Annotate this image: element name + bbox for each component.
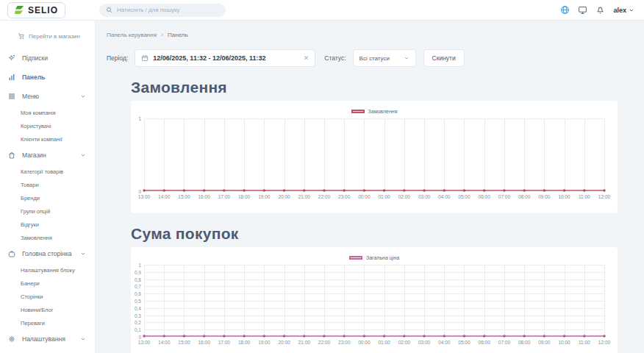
orders-chart: Замовлення1013:0014:0015:0016:0017:0018:… [131,101,618,213]
sidebar-subitem[interactable]: Товари [0,178,95,191]
orders-section-title: Замовлення [131,79,618,96]
period-range-input[interactable]: 12/06/2025, 11:32 - 12/06/2025, 11:32 ✕ [135,49,315,67]
sidebar-subitem[interactable]: Відгуки [0,218,95,231]
sidebar-subitem[interactable]: Групи опцій [0,204,95,218]
sidebar-subitem[interactable]: Користувачі [0,119,95,132]
reset-button[interactable]: Скинути [423,49,465,67]
chart-legend: Замовлення [144,107,604,115]
x-axis: 13:0014:0015:0016:0017:0018:0019:0020:00… [144,337,604,346]
plot-area: 10 [144,118,604,191]
monitor-icon[interactable] [578,5,587,15]
x-tick-label: 00:00 [358,340,370,345]
x-tick-label: 12:00 [598,194,610,199]
breadcrumb: Панель керування › Панель [107,31,644,38]
clear-period-icon[interactable]: ✕ [304,54,310,62]
user-name: alex [613,7,626,14]
x-tick-label: 20:00 [278,340,290,345]
sidebar-item-homepage[interactable]: Головна сторінка [0,244,95,263]
go-to-store-label: Перейти в магазин [29,33,80,40]
x-tick-label: 04:00 [438,340,450,345]
sidebar-subitem[interactable]: Новини/Блог [0,303,95,316]
legend-swatch [349,256,362,260]
logo[interactable]: SELIO [7,2,65,18]
x-tick-label: 15:00 [178,340,190,345]
sidebar-subitem[interactable]: Бренди [0,191,95,204]
x-tick-label: 19:00 [258,194,270,199]
breadcrumb-item-dashboard[interactable]: Панель керування [107,32,157,38]
x-tick-label: 22:00 [318,194,330,199]
x-tick-label: 21:00 [298,194,310,199]
sidebar-nav: ПідпискиПанельМенюМоя компаніяКористувач… [0,49,95,349]
status-select[interactable]: Всі статуси [353,49,416,67]
series-layer [144,118,604,191]
y-tick-label: 0,1 [126,327,141,332]
x-tick-label: 23:00 [338,340,350,345]
sidebar-subitem[interactable]: Банери [0,277,95,290]
x-tick-label: 01:00 [378,194,390,199]
sidebar-item-label: Головна сторінка [22,250,71,257]
sidebar-item-dashboard[interactable]: Панель [0,68,95,87]
x-tick-label: 16:00 [198,340,210,345]
logo-text: SELIO [28,5,58,15]
sidebar-item-label: Налаштування [22,335,65,343]
y-tick-label: 0,2 [126,320,141,325]
globe-icon[interactable] [560,5,570,15]
go-to-store-link[interactable]: Перейти в магазин [18,32,95,40]
sidebar-item-menu[interactable]: Меню [0,87,95,106]
sidebar-subitem[interactable]: Клієнти компанії [0,132,95,146]
x-tick-label: 05:00 [458,194,470,199]
bell-icon[interactable] [595,5,605,15]
y-tick-label: 0,5 [126,299,141,304]
sidebar-item-label: Підписки [22,54,48,62]
dashboard-icon [7,73,16,82]
sidebar-item-settings[interactable]: Налаштування [0,329,95,349]
x-tick-label: 09:00 [538,194,550,199]
sidebar-subitem[interactable]: Моя компанія [0,106,95,119]
x-tick-label: 21:00 [298,340,310,345]
x-tick-label: 02:00 [398,340,410,345]
cart-icon [18,32,25,40]
sidebar-subitem[interactable]: Замовлення [0,231,95,244]
header-actions: alex [560,5,634,15]
x-tick-label: 09:00 [538,340,550,345]
gear-icon [7,335,16,343]
sidebar-subitem[interactable]: Категорії товарів [0,165,95,178]
home-icon [7,249,16,258]
chart-legend: Загальна ціна [144,253,604,262]
x-tick-label: 08:00 [518,340,530,345]
x-tick-label: 06:00 [479,194,490,199]
sidebar-item-subscriptions[interactable]: Підписки [0,49,95,68]
status-label: Статус: [324,54,346,62]
chevron-down-icon [80,152,86,158]
sidebar-subitem[interactable]: Налаштування блоку [0,263,95,277]
x-tick-label: 11:00 [579,340,590,345]
x-tick-label: 05:00 [458,340,470,345]
sidebar: Перейти в магазин ПідпискиПанельМенюМоя … [0,21,96,353]
x-tick-label: 15:00 [178,194,190,199]
breadcrumb-item-panel: Панель [168,32,188,38]
y-tick-label: 0,6 [126,291,141,296]
x-tick-label: 12:00 [598,340,610,345]
x-tick-label: 07:00 [498,194,510,199]
user-menu[interactable]: alex [613,7,634,14]
sidebar-subitem[interactable]: Сторінки [0,290,95,303]
period-range-value: 12/06/2025, 11:32 - 12/06/2025, 11:32 [153,54,298,62]
orders-section: Замовлення Замовлення1013:0014:0015:0016… [131,79,618,213]
x-tick-label: 06:00 [479,340,490,345]
x-tick-label: 19:00 [258,340,270,345]
gridline [604,118,605,191]
x-tick-label: 01:00 [378,340,390,345]
x-tick-label: 17:00 [218,340,230,345]
x-tick-label: 13:00 [138,340,150,345]
search-input[interactable]: Натисніть / для пошуку [99,4,226,17]
x-tick-label: 23:00 [338,194,350,199]
x-tick-label: 20:00 [278,194,290,199]
sidebar-subitem[interactable]: Переваги [0,316,95,329]
sidebar-item-store[interactable]: Магазин [0,146,95,165]
x-tick-label: 10:00 [558,194,570,199]
chevron-down-icon [80,336,86,342]
search-placeholder: Натисніть / для пошуку [117,7,180,13]
x-tick-label: 22:00 [318,340,330,345]
sidebar-item-label: Магазин [22,151,46,159]
gridline [604,265,605,337]
